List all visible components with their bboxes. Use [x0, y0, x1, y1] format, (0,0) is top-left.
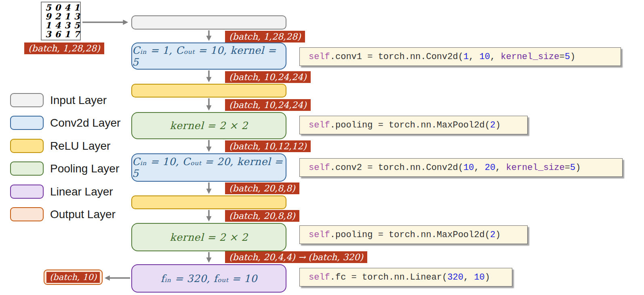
legend-item-output: Output Layer [10, 207, 116, 221]
legend-swatch-linear [10, 185, 44, 199]
layer-box-relu1 [131, 84, 286, 98]
legend-swatch-conv2d [10, 116, 44, 130]
fc-params-label: fᵢₙ = 320, fₒᵤₜ = 10 [160, 273, 257, 284]
layer-box-pool1: kernel = 2 × 2 [131, 112, 286, 139]
legend-swatch-input [10, 93, 44, 107]
code-box-fc: self.fc = torch.nn.Linear(320, 10) [299, 268, 512, 287]
legend-swatch-relu [10, 139, 44, 153]
conv1-params-label: Cᵢₙ = 1, Cₒᵤₜ = 10, kernel = 5 [132, 45, 286, 68]
output-layer-box: (batch, 10) [44, 270, 103, 285]
legend-swatch-pooling [10, 161, 44, 176]
legend-item-input: Input Layer [10, 93, 107, 107]
shape-badge-after-relu1: (batch, 10,24,24) [225, 99, 311, 111]
shape-badge-after-pool1: (batch, 10,12,12) [225, 140, 311, 152]
legend-label-pooling: Pooling Layer [50, 162, 119, 175]
legend-swatch-output [10, 207, 44, 221]
shape-badge-after-input: (batch, 1,28,28) [225, 31, 305, 42]
code-box-pool2: self.pooling = torch.nn.MaxPool2d(2) [299, 225, 528, 244]
legend-label-relu: ReLU Layer [50, 140, 110, 153]
legend-label-conv2d: Conv2d Layer [50, 117, 120, 129]
legend-label-output: Output Layer [50, 208, 116, 221]
pool1-params-label: kernel = 2 × 2 [170, 120, 248, 132]
layer-box-input [131, 15, 286, 30]
legend-label-linear: Linear Layer [50, 185, 113, 198]
shape-badge-after-relu2: (batch, 20,8,8) [225, 210, 299, 222]
legend-item-conv2d: Conv2d Layer [10, 116, 120, 130]
pool2-params-label: kernel = 2 × 2 [170, 231, 248, 243]
cnn-architecture-diagram: 5041921314353617 (batch, 1,28,28) Cᵢₙ = … [0, 0, 644, 295]
mnist-input-image: 5041921314353617 [41, 2, 81, 40]
code-box-pool1: self.pooling = torch.nn.MaxPool2d(2) [299, 116, 528, 134]
legend-item-relu: ReLU Layer [10, 139, 110, 153]
code-box-conv1: self.conv1 = torch.nn.Conv2d(1, 10, kern… [299, 47, 621, 66]
legend-item-pooling: Pooling Layer [10, 161, 119, 176]
shape-badge-after-conv2: (batch, 20,8,8) [225, 183, 299, 194]
conv2-params-label: Cᵢₙ = 10, Cₒᵤₜ = 20, kernel = 5 [132, 156, 286, 179]
layer-box-fc: fᵢₙ = 320, fₒᵤₜ = 10 [131, 264, 286, 293]
layer-box-conv1: Cᵢₙ = 1, Cₒᵤₜ = 10, kernel = 5 [131, 42, 286, 70]
code-box-conv2: self.conv2 = torch.nn.Conv2d(10, 20, ker… [299, 158, 623, 177]
layer-box-pool2: kernel = 2 × 2 [131, 223, 286, 251]
layer-box-conv2: Cᵢₙ = 10, Cₒᵤₜ = 20, kernel = 5 [131, 153, 286, 182]
legend-label-input: Input Layer [50, 94, 107, 107]
shape-badge-input-image: (batch, 1,28,28) [24, 42, 104, 54]
layer-box-relu2 [131, 195, 286, 209]
legend-item-linear: Linear Layer [10, 185, 113, 199]
shape-badge-flatten: (batch, 20,4,4) → (batch, 320) [225, 251, 367, 263]
shape-badge-after-conv1: (batch, 10,24,24) [225, 71, 311, 83]
shape-badge-output: (batch, 10) [46, 272, 100, 283]
